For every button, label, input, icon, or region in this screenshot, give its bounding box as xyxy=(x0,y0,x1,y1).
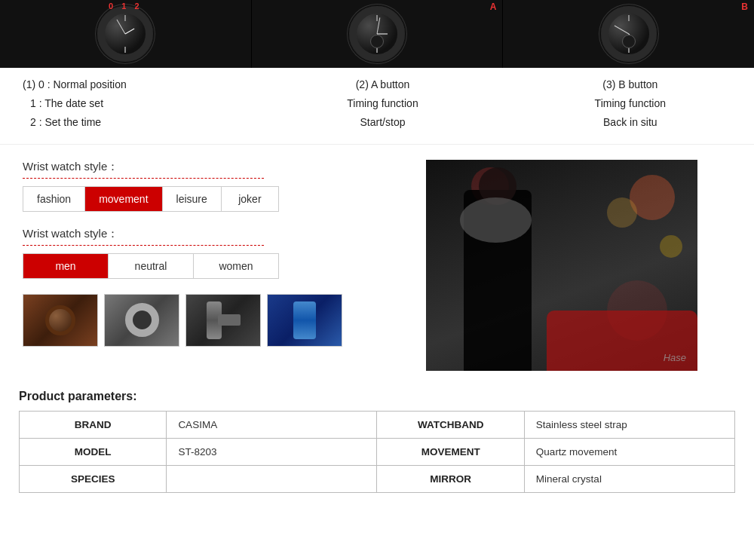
params-table: BRAND CASIMA WATCHBAND Stainless steel s… xyxy=(19,411,735,493)
middle-section: Wrist watch style： fashion movement leis… xyxy=(0,145,754,378)
params-title: Product parameters: xyxy=(19,390,735,403)
thumbnail-3[interactable] xyxy=(185,294,261,347)
param-label-mirror: MIRROR xyxy=(377,465,524,492)
watch2-face xyxy=(349,6,405,62)
tag-women[interactable]: women xyxy=(194,254,278,278)
desc-col-3: (3) B button Timing function Back in sit… xyxy=(507,68,754,144)
watch1-face xyxy=(97,6,153,62)
param-label-movement: MOVEMENT xyxy=(377,438,524,465)
desc1-line2: 2 : Set the time xyxy=(23,113,247,132)
left-panel: Wrist watch style： fashion movement leis… xyxy=(0,160,415,371)
table-row: BRAND CASIMA WATCHBAND Stainless steel s… xyxy=(20,411,735,438)
desc1-line1: 1 : The date set xyxy=(23,94,247,113)
desc2-line2: Start/stop xyxy=(270,113,495,132)
right-panel: Hase xyxy=(415,160,754,371)
param-label-watchband: WATCHBAND xyxy=(377,411,524,438)
style-tag-row: fashion movement leisure joker xyxy=(23,186,279,212)
desc1-header: (1) 0 : Normal position xyxy=(23,75,247,94)
watch-image-2: A xyxy=(252,0,504,68)
param-label-species: SPECIES xyxy=(20,465,167,492)
tag-movement[interactable]: movement xyxy=(85,187,162,211)
lifestyle-photo: Hase xyxy=(426,160,697,371)
dashed-divider-2 xyxy=(23,245,264,246)
param-value-strap: Stainless steel strap xyxy=(524,411,734,438)
watch-image-row: 0 1 2 A B xyxy=(0,0,754,68)
desc3-header: (3) B button xyxy=(518,75,743,94)
tag-men[interactable]: men xyxy=(23,254,109,278)
watch-image-1: 0 1 2 xyxy=(0,0,252,68)
bokeh-4 xyxy=(660,235,682,258)
desc3-line1: Timing function xyxy=(518,94,743,113)
tag-fashion[interactable]: fashion xyxy=(23,187,85,211)
photo-watermark: Hase xyxy=(664,352,686,363)
param-value-species xyxy=(167,465,377,492)
param-value-mirror: Mineral crystal xyxy=(524,465,734,492)
thumbnail-2[interactable] xyxy=(104,294,179,347)
wrist-style-label-1: Wrist watch style： xyxy=(23,160,392,174)
table-row: SPECIES MIRROR Mineral crystal xyxy=(20,465,735,492)
desc2-line1: Timing function xyxy=(270,94,495,113)
watch3-face xyxy=(601,6,657,62)
param-label-brand: BRAND xyxy=(20,411,167,438)
desc-col-1: (1) 0 : Normal position 1 : The date set… xyxy=(0,68,259,144)
param-value-movement: Quartz movement xyxy=(524,438,734,465)
desc-col-2: (2) A button Timing function Start/stop xyxy=(259,68,506,144)
tag-joker[interactable]: joker xyxy=(222,187,278,211)
thumbnail-4[interactable] xyxy=(267,294,342,347)
desc3-line2: Back in situ xyxy=(518,113,743,132)
dashed-divider-1 xyxy=(23,178,264,179)
thumbnail-row xyxy=(23,294,392,347)
param-value-model: ST-8203 xyxy=(167,438,377,465)
bokeh-2 xyxy=(607,197,637,228)
watch3-label: B xyxy=(741,2,748,12)
gender-tag-row: men neutral women xyxy=(23,253,279,279)
tag-leisure[interactable]: leisure xyxy=(163,187,222,211)
description-row: (1) 0 : Normal position 1 : The date set… xyxy=(0,68,754,145)
params-section: Product parameters: BRAND CASIMA WATCHBA… xyxy=(0,378,754,493)
person-scarf xyxy=(460,197,532,243)
table-row: MODEL ST-8203 MOVEMENT Quartz movement xyxy=(20,438,735,465)
desc2-header: (2) A button xyxy=(270,75,495,94)
thumbnail-1[interactable] xyxy=(23,294,98,347)
tag-neutral[interactable]: neutral xyxy=(109,254,194,278)
watch-image-3: B xyxy=(503,0,754,68)
watch1-numbers: 0 1 2 xyxy=(109,2,142,11)
watch2-label: A xyxy=(490,2,497,12)
wrist-style-label-2: Wrist watch style： xyxy=(23,227,392,241)
param-value-casima: CASIMA xyxy=(167,411,377,438)
param-label-model: MODEL xyxy=(20,438,167,465)
